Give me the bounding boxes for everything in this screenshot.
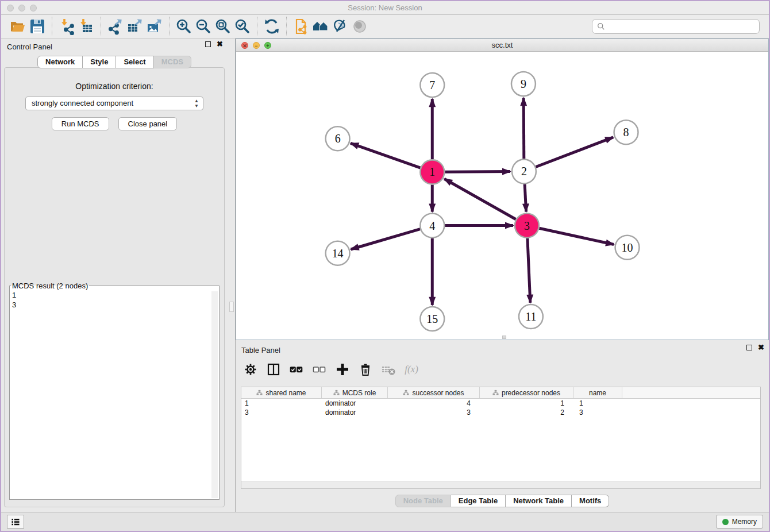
first-neighbors-icon[interactable] — [291, 17, 311, 36]
graph-node-2[interactable]: 2 — [512, 159, 536, 183]
edge-1-2[interactable] — [445, 172, 510, 172]
delete-table-icon — [380, 361, 396, 377]
edge-1-6[interactable] — [351, 143, 420, 168]
deselect-all-rows-icon[interactable] — [311, 361, 328, 377]
edge-4-14[interactable] — [351, 229, 421, 249]
run-mcds-button[interactable]: Run MCDS — [52, 117, 109, 130]
graph-node-3[interactable]: 3 — [515, 214, 539, 238]
graph-node-15[interactable]: 15 — [420, 307, 444, 331]
optimization-criterion-select[interactable]: strongly connected component ▲▼ — [25, 97, 203, 110]
table-row[interactable]: 1dominator411 — [241, 399, 760, 408]
edge-3-1[interactable] — [444, 179, 516, 219]
column-header-predecessor-nodes[interactable]: predecessor nodes — [480, 387, 573, 398]
refresh-icon[interactable] — [262, 17, 282, 36]
control-panel-header: Control Panel ✖ — [1, 38, 228, 52]
select-stepper-icon: ▲▼ — [194, 98, 199, 109]
column-header-name[interactable]: name — [573, 387, 622, 398]
search-input[interactable] — [609, 22, 754, 31]
network-resize-grip[interactable] — [502, 336, 506, 339]
open-session-icon[interactable] — [8, 17, 28, 36]
table-panel: Table Panel ✖ f(x) shared nameMCDS roles… — [236, 342, 769, 512]
hide-selected-icon[interactable] — [330, 17, 350, 36]
add-column-icon[interactable] — [334, 361, 351, 377]
svg-text:14: 14 — [332, 247, 344, 260]
column-header-shared-name[interactable]: shared name — [241, 387, 322, 398]
workspace: Control Panel ✖ NetworkStyleSelectMCDS O… — [1, 38, 769, 512]
save-session-icon[interactable] — [28, 17, 47, 36]
column-header-filler — [622, 387, 760, 398]
search-icon — [597, 22, 605, 30]
graph-node-6[interactable]: 6 — [326, 126, 350, 151]
table-row[interactable]: 3dominator323 — [241, 408, 760, 417]
close-panel-button[interactable]: Close panel — [118, 117, 178, 130]
toolbar-separator — [286, 17, 287, 36]
minimize-window-button[interactable] — [18, 5, 25, 11]
graph-node-9[interactable]: 9 — [511, 72, 536, 96]
graph-node-8[interactable]: 8 — [614, 120, 638, 144]
tab-edge-table[interactable]: Edge Table — [451, 495, 506, 507]
zoom-out-icon[interactable] — [194, 17, 213, 36]
tab-motifs[interactable]: Motifs — [572, 495, 609, 507]
toolbar-separator — [169, 17, 170, 36]
network-zoom-button[interactable]: + — [264, 42, 271, 49]
column-visibility-icon[interactable] — [265, 361, 282, 377]
splitter-grip[interactable] — [229, 302, 234, 312]
close-table-panel-icon[interactable]: ✖ — [758, 345, 764, 350]
network-canvas[interactable]: 7 9 6 8 1 2 4 3 14 10 15 11 — [236, 52, 768, 340]
svg-text:9: 9 — [521, 78, 526, 90]
window-title: Session: New Session — [1, 1, 769, 15]
mcds-result-box: MCDS result (2 nodes) 13 — [9, 282, 220, 500]
edge-2-9[interactable] — [523, 98, 524, 159]
network-close-button[interactable]: ✕ — [241, 42, 248, 49]
edge-3-11[interactable] — [528, 238, 530, 303]
float-panel-icon[interactable] — [205, 41, 211, 47]
mcds-panel: Optimization criterion: strongly connect… — [4, 67, 225, 507]
delete-column-icon[interactable] — [357, 361, 374, 377]
export-table-icon[interactable] — [125, 17, 145, 36]
vertical-splitter[interactable] — [228, 38, 236, 512]
graph-node-10[interactable]: 10 — [615, 236, 640, 260]
tab-node-table[interactable]: Node Table — [395, 495, 451, 507]
cell: 1 — [241, 399, 322, 408]
search-box[interactable] — [592, 19, 760, 34]
memory-status-icon — [722, 519, 729, 525]
graph-node-1[interactable]: 1 — [420, 160, 444, 184]
zoom-selected-icon[interactable] — [233, 17, 252, 36]
import-table-icon[interactable] — [76, 17, 96, 36]
tab-select[interactable]: Select — [116, 56, 153, 68]
maximize-window-button[interactable] — [30, 5, 37, 11]
tab-network-table[interactable]: Network Table — [506, 495, 572, 507]
cell: dominator — [322, 408, 388, 417]
tab-mcds[interactable]: MCDS — [154, 56, 191, 68]
zoom-in-icon[interactable] — [174, 17, 194, 36]
column-header-successor-nodes[interactable]: successor nodes — [388, 387, 480, 398]
table-toolbar: f(x) — [236, 356, 769, 379]
home-layout-icon[interactable] — [311, 17, 330, 36]
graph-node-4[interactable]: 4 — [420, 214, 444, 238]
select-all-rows-icon[interactable] — [288, 361, 305, 377]
edge-3-10[interactable] — [539, 228, 614, 244]
network-window-titlebar[interactable]: ✕ − + scc.txt — [236, 39, 768, 52]
table-scroll-area[interactable] — [241, 481, 760, 488]
close-panel-icon[interactable]: ✖ — [217, 41, 223, 47]
table-settings-gear-icon[interactable] — [242, 361, 259, 377]
memory-button[interactable]: Memory — [716, 515, 763, 529]
edge-2-3[interactable] — [525, 184, 526, 211]
tab-style[interactable]: Style — [83, 56, 116, 68]
mcds-result-text: 13 — [12, 290, 16, 310]
graph-node-14[interactable]: 14 — [326, 241, 350, 265]
zoom-fit-icon[interactable] — [213, 17, 233, 36]
graph-node-7[interactable]: 7 — [420, 73, 444, 97]
import-network-icon[interactable] — [57, 17, 76, 36]
graph-node-11[interactable]: 11 — [519, 304, 543, 329]
edge-2-8[interactable] — [536, 137, 613, 167]
show-panels-button[interactable] — [7, 515, 24, 529]
export-network-icon[interactable] — [106, 17, 125, 36]
tab-network[interactable]: Network — [37, 56, 83, 68]
network-minimize-button[interactable]: − — [253, 42, 260, 49]
close-window-button[interactable] — [7, 5, 14, 11]
float-table-panel-icon[interactable] — [746, 345, 752, 350]
export-image-icon[interactable] — [145, 17, 164, 36]
column-header-MCDS-role[interactable]: MCDS role — [322, 387, 388, 398]
result-scrollbar[interactable] — [211, 291, 218, 498]
